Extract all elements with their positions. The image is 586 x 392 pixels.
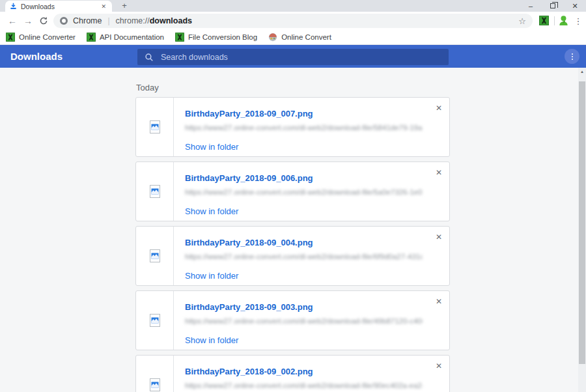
address-divider: | bbox=[107, 16, 109, 25]
search-icon bbox=[145, 53, 154, 62]
image-file-icon bbox=[147, 313, 163, 328]
converter-favicon-icon bbox=[6, 33, 15, 42]
restore-icon bbox=[550, 3, 555, 8]
bookmarks-bar: Online Converter API Documentation File … bbox=[0, 30, 586, 45]
more-actions-icon bbox=[572, 53, 573, 55]
image-file-icon bbox=[147, 248, 163, 264]
tab-title: Downloads bbox=[21, 3, 100, 10]
address-scheme: chrome:// bbox=[116, 16, 150, 25]
new-tab-button[interactable]: + bbox=[119, 0, 130, 12]
tab-strip: Downloads ✕ + – ✕ bbox=[0, 0, 586, 12]
file-type-column bbox=[136, 227, 174, 285]
bookmark-label: Online Convert bbox=[281, 33, 331, 41]
bookmark-api-documentation[interactable]: API Documentation bbox=[87, 33, 164, 42]
image-file-icon bbox=[147, 377, 163, 392]
remove-download-button[interactable]: ✕ bbox=[436, 232, 442, 242]
show-in-folder-link[interactable]: Show in folder bbox=[185, 206, 238, 216]
reload-icon bbox=[39, 16, 48, 25]
bookmark-online-converter[interactable]: Online Converter bbox=[6, 33, 76, 42]
remove-download-button[interactable]: ✕ bbox=[436, 297, 442, 306]
remove-download-button[interactable]: ✕ bbox=[436, 168, 442, 177]
tab-close-icon[interactable]: ✕ bbox=[100, 3, 107, 10]
download-source-url: https://www27.online-convert.com/dl-web2… bbox=[185, 253, 423, 260]
bookmark-label: Online Converter bbox=[19, 33, 76, 41]
file-type-column bbox=[136, 291, 174, 350]
download-file-link[interactable]: BirthdayParty_2018-09_003.png bbox=[185, 302, 313, 312]
date-group-heading: Today bbox=[136, 83, 159, 92]
downloads-list: BirthdayParty_2018-09_007.png https://ww… bbox=[135, 97, 450, 392]
address-bar[interactable]: Chrome | chrome:// downloads ☆ bbox=[53, 14, 533, 28]
download-file-link[interactable]: BirthdayParty_2018-09_004.png bbox=[185, 238, 313, 247]
vertical-scrollbar: ▲ bbox=[578, 68, 586, 392]
download-item: BirthdayParty_2018-09_004.png https://ww… bbox=[135, 226, 450, 286]
bookmark-online-convert[interactable]: Online Convert bbox=[268, 33, 331, 42]
page-title: Downloads bbox=[10, 45, 63, 68]
bookmark-label: File Conversion Blog bbox=[188, 33, 257, 41]
online-convert-favicon-icon bbox=[268, 33, 277, 42]
profile-avatar[interactable] bbox=[558, 15, 569, 26]
close-window-button[interactable]: ✕ bbox=[564, 0, 586, 12]
browser-toolbar: ← → Chrome | chrome:// downloads ☆ bbox=[0, 12, 586, 30]
tab-downloads[interactable]: Downloads ✕ bbox=[5, 1, 112, 12]
download-item-body: BirthdayParty_2018-09_006.png https://ww… bbox=[174, 162, 423, 221]
show-in-folder-link[interactable]: Show in folder bbox=[185, 142, 238, 152]
scroll-up-icon[interactable]: ▲ bbox=[578, 70, 586, 74]
download-source-url: https://www27.online-convert.com/dl-web2… bbox=[185, 188, 423, 196]
image-file-icon bbox=[147, 119, 163, 135]
search-box bbox=[137, 49, 449, 65]
file-type-column bbox=[136, 356, 174, 392]
file-type-column bbox=[136, 98, 174, 156]
downloads-header: Downloads bbox=[0, 45, 586, 68]
bookmark-star-icon[interactable]: ☆ bbox=[518, 16, 526, 26]
download-file-link[interactable]: BirthdayParty_2018-09_002.png bbox=[185, 367, 313, 376]
download-source-url: https://www27.online-convert.com/dl-web2… bbox=[185, 317, 423, 325]
restore-button[interactable] bbox=[542, 0, 564, 12]
download-item: BirthdayParty_2018-09_003.png https://ww… bbox=[135, 290, 450, 350]
toolbar-separator bbox=[554, 16, 555, 25]
browser-window: Downloads ✕ + – ✕ ← → Chrome | chrome://… bbox=[0, 0, 586, 392]
forward-button[interactable]: → bbox=[21, 12, 35, 30]
scrollbar-thumb[interactable] bbox=[579, 81, 585, 364]
chrome-page-icon bbox=[60, 17, 68, 25]
file-type-column bbox=[136, 162, 174, 221]
more-actions-icon bbox=[572, 59, 573, 60]
download-item: BirthdayParty_2018-09_002.png https://ww… bbox=[135, 355, 450, 392]
show-in-folder-link[interactable]: Show in folder bbox=[185, 271, 238, 281]
image-file-icon bbox=[147, 184, 163, 199]
download-source-url: https://www27.online-convert.com/dl-web2… bbox=[185, 124, 423, 132]
remove-download-button[interactable]: ✕ bbox=[436, 104, 442, 113]
address-chip-label: Chrome bbox=[73, 16, 102, 25]
minimize-button[interactable]: – bbox=[520, 0, 542, 12]
remove-download-button[interactable]: ✕ bbox=[436, 361, 442, 371]
downloads-content: Today BirthdayParty_2018-09_007.png http… bbox=[0, 68, 586, 392]
converter-favicon-icon bbox=[175, 33, 184, 42]
back-button[interactable]: ← bbox=[5, 12, 20, 30]
search-input[interactable] bbox=[161, 53, 449, 62]
download-item-body: BirthdayParty_2018-09_007.png https://ww… bbox=[174, 98, 423, 156]
converter-favicon-icon bbox=[87, 33, 96, 42]
download-item-body: BirthdayParty_2018-09_003.png https://ww… bbox=[174, 291, 423, 350]
show-in-folder-link[interactable]: Show in folder bbox=[185, 335, 238, 345]
window-controls: – ✕ bbox=[520, 0, 586, 12]
more-actions-icon bbox=[572, 56, 573, 57]
download-source-url: https://www27.online-convert.com/dl-web2… bbox=[185, 382, 423, 389]
more-actions-button[interactable] bbox=[565, 49, 579, 64]
download-item-body: BirthdayParty_2018-09_004.png https://ww… bbox=[174, 227, 423, 285]
bookmark-label: API Documentation bbox=[100, 33, 164, 41]
download-file-link[interactable]: BirthdayParty_2018-09_007.png bbox=[185, 109, 313, 119]
address-host: downloads bbox=[150, 16, 192, 25]
browser-menu-button[interactable]: ⋮ bbox=[572, 12, 585, 30]
download-item-body: BirthdayParty_2018-09_002.png https://ww… bbox=[174, 356, 423, 392]
reload-button[interactable] bbox=[36, 12, 51, 30]
bookmark-file-conversion-blog[interactable]: File Conversion Blog bbox=[175, 33, 257, 42]
download-favicon-icon bbox=[10, 3, 17, 10]
download-file-link[interactable]: BirthdayParty_2018-09_006.png bbox=[185, 173, 313, 183]
download-item: BirthdayParty_2018-09_007.png https://ww… bbox=[135, 97, 450, 157]
download-item: BirthdayParty_2018-09_006.png https://ww… bbox=[135, 161, 450, 221]
converter-extension-icon[interactable] bbox=[539, 16, 549, 25]
